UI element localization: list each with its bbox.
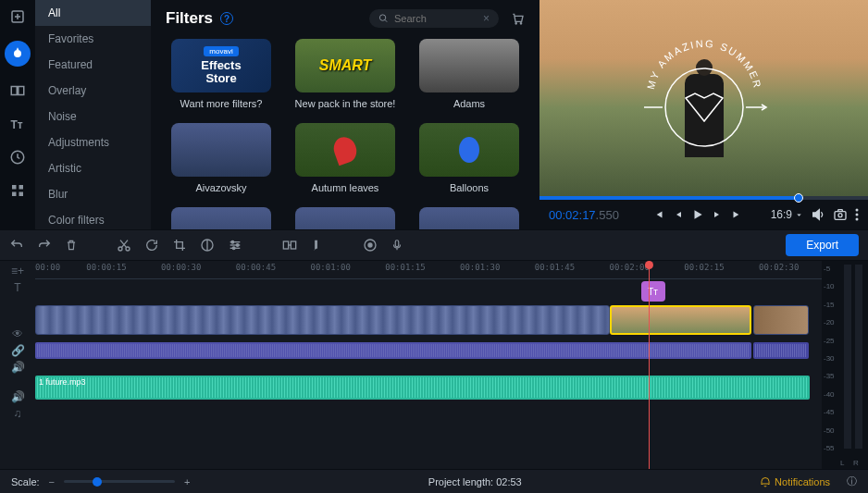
preview-menu-icon[interactable]	[855, 208, 859, 221]
record-audio-icon[interactable]	[391, 238, 403, 253]
svg-rect-8	[12, 185, 17, 190]
transitions-icon[interactable]	[8, 81, 27, 100]
toolbar: Export	[0, 229, 868, 261]
notifications-button[interactable]: Notifications	[760, 476, 830, 487]
prev-clip-icon[interactable]	[652, 208, 665, 221]
preview-progress[interactable]	[539, 196, 868, 200]
rotate-icon[interactable]	[144, 238, 159, 253]
category-adjustments[interactable]: Adjustments	[35, 129, 151, 155]
music-note-icon[interactable]: ♫	[14, 407, 22, 420]
more-icon[interactable]	[8, 181, 27, 200]
svg-point-23	[856, 214, 859, 216]
timeline: ≡+ T 👁 🔗 🔊 🔊 ♫ 00:0000:00:1500:00:3000:0…	[0, 261, 868, 469]
cut-icon[interactable]	[117, 238, 131, 253]
filters-title: Filters	[166, 9, 213, 28]
import-icon[interactable]	[8, 7, 27, 26]
filter-card-more3[interactable]	[414, 207, 525, 229]
search-icon	[378, 13, 389, 24]
ruler[interactable]: 00:0000:00:1500:00:3000:00:4500:01:0000:…	[35, 261, 822, 279]
titles-icon[interactable]: Tт	[8, 115, 27, 133]
info-icon[interactable]: ⓘ	[847, 475, 857, 488]
svg-point-31	[231, 240, 234, 243]
filters-panel: Filters ? × movaviEffectsStore Want more…	[151, 0, 539, 229]
category-blur[interactable]: Blur	[35, 181, 151, 207]
title-track-icon[interactable]: T	[14, 281, 20, 294]
transition-wizard-icon[interactable]	[281, 238, 298, 253]
stickers-icon[interactable]	[8, 148, 27, 166]
scale-slider[interactable]	[64, 480, 175, 483]
svg-rect-38	[395, 240, 399, 247]
crop-icon[interactable]	[172, 238, 187, 253]
step-fwd-icon[interactable]	[712, 209, 723, 220]
color-adjust-icon[interactable]	[200, 238, 215, 253]
clear-search-icon[interactable]: ×	[483, 12, 490, 25]
linked-audio-2[interactable]	[753, 342, 809, 359]
filter-card-newpack[interactable]: SMART New pack in the store!	[290, 39, 401, 110]
music-track-icon[interactable]: 🔊	[11, 390, 25, 403]
scale-plus[interactable]: +	[184, 476, 190, 487]
preview-video[interactable]: MY AMAZING SUMMER	[539, 0, 868, 196]
add-track-icon[interactable]: ≡+	[11, 265, 24, 277]
svg-rect-11	[19, 192, 24, 197]
video-clip-3[interactable]	[753, 305, 809, 335]
svg-point-33	[232, 247, 235, 250]
category-overlay[interactable]: Overlay	[35, 78, 151, 104]
filter-card-store[interactable]: movaviEffectsStore Want more filters?	[166, 39, 277, 110]
svg-point-21	[838, 214, 842, 217]
svg-rect-34	[283, 241, 288, 249]
music-clip[interactable]: 1 future.mp3	[35, 376, 810, 400]
svg-rect-20	[835, 212, 846, 220]
category-color-filters[interactable]: Color filters	[35, 207, 151, 229]
next-clip-icon[interactable]	[730, 208, 743, 221]
video-clip-1[interactable]	[35, 305, 610, 335]
category-noise[interactable]: Noise	[35, 104, 151, 129]
categories-list: AllFavoritesFeaturedOverlayNoiseAdjustme…	[35, 0, 151, 229]
category-favorites[interactable]: Favorites	[35, 26, 151, 52]
bell-icon	[760, 476, 771, 487]
filter-card-autumn[interactable]: Autumn leaves	[290, 123, 401, 194]
help-icon[interactable]: ?	[220, 12, 233, 25]
redo-icon[interactable]	[37, 238, 52, 253]
category-artistic[interactable]: Artistic	[35, 155, 151, 181]
cart-icon[interactable]	[510, 11, 525, 26]
svg-text:MY AMAZING SUMMER: MY AMAZING SUMMER	[644, 38, 763, 91]
category-all[interactable]: All	[35, 0, 151, 26]
filters-icon[interactable]	[5, 41, 31, 67]
svg-point-22	[856, 209, 859, 212]
search-input[interactable]: ×	[369, 9, 499, 28]
category-featured[interactable]: Featured	[35, 52, 151, 78]
svg-point-12	[379, 15, 385, 20]
video-track[interactable]	[35, 305, 822, 340]
scale-minus[interactable]: −	[49, 476, 55, 487]
scale-label: Scale:	[11, 476, 40, 487]
filter-card-balloons[interactable]: Balloons	[414, 123, 525, 194]
delete-icon[interactable]	[65, 239, 78, 252]
audio-meters: -5-10-15-20-25-30-35-40-45-50-55 L R	[822, 261, 868, 469]
play-icon[interactable]	[691, 208, 704, 221]
svg-point-32	[236, 244, 239, 247]
export-button[interactable]: Export	[786, 234, 859, 256]
step-back-icon[interactable]	[673, 209, 684, 220]
svg-line-13	[385, 19, 387, 21]
video-track-icon[interactable]: 👁	[12, 327, 23, 340]
title-clip[interactable]: Tт	[641, 281, 665, 302]
record-video-icon[interactable]	[363, 238, 378, 253]
volume-icon[interactable]	[811, 207, 825, 222]
snapshot-icon[interactable]	[833, 207, 848, 222]
aspect-ratio[interactable]: 16:9	[771, 208, 803, 221]
svg-rect-9	[19, 185, 24, 190]
audio-vol-icon[interactable]: 🔊	[11, 361, 25, 374]
filter-card-aivazovsky[interactable]: Aivazovsky	[166, 123, 277, 194]
clip-properties-icon[interactable]	[228, 238, 242, 253]
filter-card-more1[interactable]	[166, 207, 277, 229]
filter-grid: movaviEffectsStore Want more filters? SM…	[166, 39, 525, 229]
marker-icon[interactable]	[311, 238, 324, 253]
filter-card-more2[interactable]	[290, 207, 401, 229]
link-track-icon[interactable]: 🔗	[11, 344, 25, 357]
linked-audio[interactable]	[35, 342, 751, 359]
playhead[interactable]	[649, 261, 650, 469]
video-clip-2-selected[interactable]	[610, 305, 751, 335]
undo-icon[interactable]	[9, 238, 24, 253]
filter-card-adams[interactable]: Adams	[414, 39, 525, 110]
svg-point-3	[14, 50, 21, 57]
